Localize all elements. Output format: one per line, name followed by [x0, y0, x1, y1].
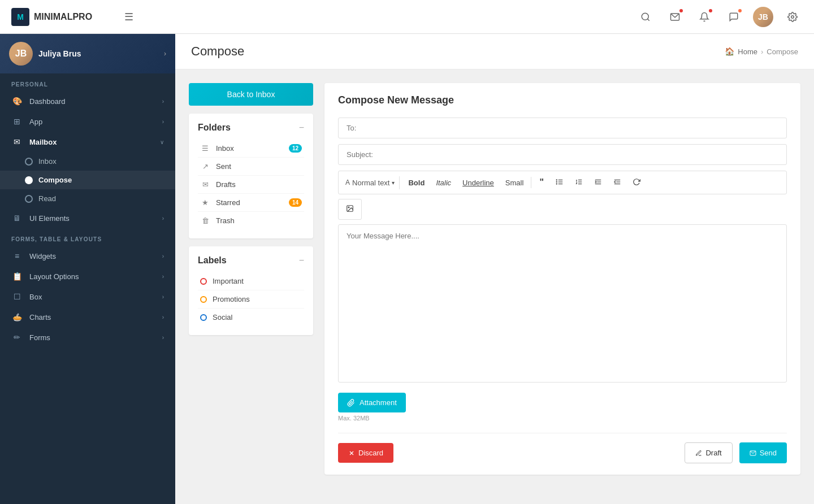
svg-point-20 [348, 207, 349, 208]
to-field[interactable] [338, 118, 787, 138]
search-button[interactable] [635, 7, 656, 27]
drafts-folder-name: Drafts [216, 180, 302, 189]
breadcrumb: 🏠 Home › Compose [725, 47, 798, 56]
bell-badge [708, 8, 713, 14]
sidebar-sub-inbox[interactable]: Inbox [0, 152, 175, 171]
compose-title: Compose New Message [338, 94, 787, 106]
labels-card: Labels − Important Promotions Social [189, 246, 313, 335]
mail-button[interactable] [665, 7, 685, 27]
folder-item-sent[interactable]: ↗ Sent [198, 158, 304, 176]
discard-label: Discard [358, 449, 383, 457]
sidebar-item-ui-label: UI Elements [29, 214, 155, 223]
sidebar-sub-compose[interactable]: Compose [0, 171, 175, 189]
underline-button[interactable]: Underline [457, 176, 499, 190]
inbox-radio-icon [25, 158, 33, 166]
discard-button[interactable]: Discard [338, 443, 393, 463]
chat-button[interactable] [724, 7, 744, 27]
breadcrumb-current: Compose [767, 47, 798, 56]
back-to-inbox-button[interactable]: Back to Inbox [189, 83, 313, 106]
labels-collapse-button[interactable]: − [299, 256, 304, 265]
outdent-button[interactable] [608, 175, 626, 190]
sidebar-item-ui-elements[interactable]: 🖥 UI Elements › [0, 208, 175, 228]
toolbar-separator-1 [531, 177, 531, 188]
hamburger-menu[interactable]: ☰ [124, 11, 635, 23]
charts-arrow-icon: › [162, 314, 164, 320]
ui-arrow-icon: › [162, 215, 164, 221]
sidebar-sub-inbox-label: Inbox [38, 157, 57, 166]
folder-item-trash[interactable]: 🗑 Trash [198, 212, 304, 229]
user-profile[interactable]: JB Juliya Brus › [0, 34, 175, 73]
sidebar-item-app-label: App [29, 118, 155, 126]
sidebar-item-widgets[interactable]: ≡ Widgets › [0, 246, 175, 266]
svg-point-7 [556, 179, 557, 180]
text-format-chevron-icon: ▾ [392, 180, 395, 186]
italic-button[interactable]: Italic [431, 176, 456, 190]
labels-title: Labels [198, 255, 227, 266]
message-textarea[interactable] [338, 224, 787, 383]
widgets-arrow-icon: › [162, 253, 164, 259]
box-arrow-icon: › [162, 294, 164, 300]
logo-icon: M [11, 8, 29, 26]
mailbox-icon: ✉ [11, 137, 23, 146]
layout-arrow-icon: › [162, 273, 164, 280]
attachment-row: Attachment Max. 32MB [338, 393, 787, 422]
label-item-social[interactable]: Social [198, 309, 304, 326]
folder-item-drafts[interactable]: ✉ Drafts [198, 176, 304, 194]
content-area: Compose 🏠 Home › Compose Back to Inbox F… [175, 34, 814, 504]
subject-field[interactable] [338, 144, 787, 165]
label-item-promotions[interactable]: Promotions [198, 290, 304, 309]
sidebar-item-box[interactable]: ☐ Box › [0, 286, 175, 307]
draft-button[interactable]: Draft [685, 442, 732, 463]
refresh-button[interactable] [627, 175, 646, 190]
sidebar-item-mailbox[interactable]: ✉ Mailbox ∨ [0, 132, 175, 152]
folder-item-starred[interactable]: ★ Starred 14 [198, 194, 304, 212]
send-label: Send [760, 449, 777, 457]
compose-actions: Discard Draft Send [338, 433, 787, 463]
mailbox-chevron-icon: ∨ [160, 139, 164, 145]
send-button[interactable]: Send [739, 442, 787, 463]
bell-button[interactable] [694, 7, 715, 27]
blockquote-button[interactable]: " [534, 175, 549, 190]
folders-collapse-button[interactable]: − [299, 123, 304, 132]
social-dot-icon [200, 314, 207, 321]
insert-image-button[interactable] [341, 202, 359, 217]
sidebar-item-app[interactable]: ⊞ App › [0, 111, 175, 132]
attachment-button[interactable]: Attachment [338, 393, 406, 412]
folder-item-inbox[interactable]: ☰ Inbox 12 [198, 140, 304, 158]
svg-point-3 [791, 15, 794, 18]
sidebar-item-widgets-label: Widgets [29, 252, 155, 260]
text-format-selector[interactable]: A Normal text ▾ [341, 176, 400, 189]
charts-icon: 🥧 [11, 312, 23, 321]
small-button[interactable]: Small [500, 176, 529, 190]
sidebar-item-charts[interactable]: 🥧 Charts › [0, 307, 175, 327]
sidebar-sub-read-label: Read [38, 194, 56, 203]
page-header: Compose 🏠 Home › Compose [175, 34, 814, 69]
left-panel: Back to Inbox Folders − ☰ Inbox 12 ↗ Sen… [189, 83, 313, 475]
indent-button[interactable] [589, 175, 607, 190]
folders-title: Folders [198, 123, 231, 133]
sidebar-item-dashboard[interactable]: 🎨 Dashboard › [0, 91, 175, 111]
promotions-label-name: Promotions [213, 295, 250, 303]
ordered-list-button[interactable] [570, 175, 588, 190]
drafts-folder-icon: ✉ [200, 180, 210, 189]
folders-card: Folders − ☰ Inbox 12 ↗ Sent ✉ Drafts [189, 114, 313, 238]
sidebar-item-layout[interactable]: 📋 Layout Options › [0, 266, 175, 286]
sidebar-item-forms[interactable]: ✏ Forms › [0, 327, 175, 347]
user-avatar-button[interactable]: JB [753, 7, 773, 27]
breadcrumb-home[interactable]: Home [738, 47, 757, 56]
top-nav-actions: JB [635, 7, 803, 27]
important-dot-icon [200, 278, 207, 285]
image-toolbar [338, 199, 362, 220]
unordered-list-button[interactable] [551, 175, 569, 190]
bold-button[interactable]: Bold [403, 176, 430, 190]
widgets-icon: ≡ [11, 251, 23, 260]
label-item-important[interactable]: Important [198, 272, 304, 290]
svg-point-9 [556, 183, 557, 184]
settings-button[interactable] [782, 7, 803, 27]
chat-badge [737, 8, 743, 14]
sidebar-sub-read[interactable]: Read [0, 189, 175, 208]
svg-point-0 [642, 13, 648, 20]
avatar-image: JB [753, 7, 773, 27]
layout-icon: 📋 [11, 272, 23, 281]
page-title: Compose [191, 44, 244, 59]
